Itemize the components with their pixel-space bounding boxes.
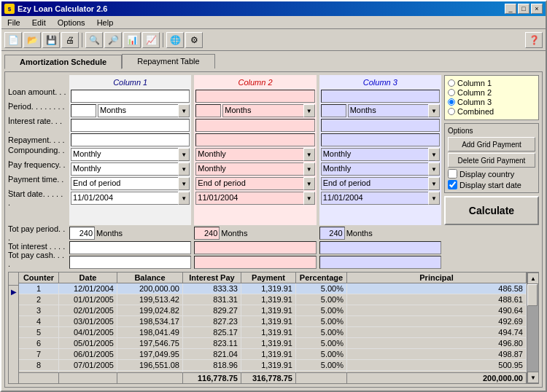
display-country-label: Display country [459, 170, 514, 179]
table-row[interactable]: 706/01/2005197,049.95821.041,319.915.00%… [19, 349, 527, 360]
tf-counter [19, 373, 59, 383]
tab-repayment[interactable]: Repayment Table [122, 54, 214, 68]
col2-compounding-arrow[interactable]: ▼ [303, 148, 315, 161]
scroll-up-btn[interactable]: ▲ [527, 273, 539, 284]
col1-loan-amount[interactable]: 200,000.00 [71, 90, 190, 103]
col3-loan-amount[interactable]: 200,000.00 [321, 90, 440, 103]
delete-grid-button[interactable]: Delete Grid Payment [448, 153, 535, 168]
col2-pay-freq-arrow[interactable]: ▼ [303, 162, 315, 176]
toolbar: 📄 📂 💾 🖨 🔍 🔎 📊 📈 🌐 ⚙ ❓ [1, 29, 546, 51]
table-body[interactable]: 112/01/2004200,000.00833.331,319.915.00%… [19, 283, 527, 372]
col3-pay-freq-arrow[interactable]: ▼ [428, 162, 440, 176]
col3-period-arrow[interactable]: ▼ [428, 104, 440, 117]
toolbar-new[interactable]: 📄 [4, 32, 22, 48]
col1-tot-interest[interactable]: 116,778.75 [69, 241, 191, 254]
title-bar: $ Ezy Loan Calculator 2.6 _ □ × [1, 1, 546, 16]
table-cell: 5 [19, 327, 59, 337]
maximize-button[interactable]: □ [518, 4, 529, 14]
table-row[interactable]: 403/01/2005198,534.17827.231,319.915.00%… [19, 316, 527, 327]
col1-pay-freq-arrow[interactable]: ▼ [178, 162, 190, 176]
col1-payment-time-arrow[interactable]: ▼ [178, 177, 190, 190]
col1-tot-pay-cash[interactable]: 316,778.75 [69, 256, 191, 269]
label-start-date: Start date. . . . . . [8, 192, 66, 205]
col2-payment-time-arrow[interactable]: ▼ [303, 177, 315, 190]
table-row[interactable]: 112/01/2004200,000.00833.331,319.915.00%… [19, 283, 527, 294]
toolbar-print[interactable]: 🖨 [61, 32, 79, 48]
table-row[interactable]: 605/01/2005197,546.75823.111,319.915.00%… [19, 338, 527, 349]
radio-combined-input[interactable] [448, 108, 455, 115]
col3-compounding: Monthly [321, 148, 428, 161]
table-row[interactable]: 201/01/2005199,513.42831.311,319.915.00%… [19, 294, 527, 305]
menu-help[interactable]: Help [94, 17, 117, 28]
col1-compounding-arrow[interactable]: ▼ [178, 148, 190, 161]
col3-period-val[interactable]: 240 [321, 104, 346, 117]
tabs-row: Amortization Schedule Repayment Table [4, 54, 543, 68]
table-row[interactable]: 504/01/2005198,041.49825.171,319.915.00%… [19, 327, 527, 338]
col2-interest-rate[interactable]: 5.50% [195, 119, 314, 132]
table-main: Counter Date Balance Interest Pay Paymen… [19, 273, 527, 383]
scroll-thumb[interactable] [527, 284, 538, 306]
col3-repayment[interactable]: 1,432.86 [321, 133, 440, 146]
toolbar-web[interactable]: 🌐 [166, 32, 184, 48]
calculate-button[interactable]: Calculate [444, 196, 539, 225]
radio-col2-input[interactable] [448, 89, 455, 96]
col2-period-arrow[interactable]: ▼ [303, 104, 315, 117]
col3-interest-rate[interactable]: 6.00% [321, 119, 440, 132]
col3-compounding-arrow[interactable]: ▼ [428, 148, 440, 161]
radio-col1-input[interactable] [448, 79, 455, 87]
col1-tot-period-val[interactable] [69, 227, 95, 240]
col1-period-val[interactable]: 240 [71, 104, 96, 117]
table-cell: 6 [19, 338, 59, 348]
close-button[interactable]: × [531, 4, 543, 14]
col3-tot-period-val[interactable] [319, 227, 345, 240]
minimize-button[interactable]: _ [505, 4, 516, 14]
menu-edit[interactable]: Edit [29, 17, 49, 28]
toolbar-help[interactable]: ❓ [525, 32, 543, 48]
scroll-track [527, 284, 538, 372]
table-scrollbar[interactable]: ▲ ▼ [527, 273, 538, 383]
toolbar-chart1[interactable]: 📊 [123, 32, 141, 48]
col2-start-date-arrow[interactable]: ▼ [303, 192, 315, 205]
col1-period-arrow[interactable]: ▼ [178, 104, 190, 117]
col2-loan-amount[interactable]: 200,000.00 [195, 90, 314, 103]
table-row[interactable]: 302/01/2005199,024.82829.271,319.915.00%… [19, 305, 527, 316]
col2-period-val[interactable]: 240 [195, 104, 221, 117]
display-start-date-checkbox[interactable] [448, 180, 457, 189]
col1-start-date-arrow[interactable]: ▼ [178, 192, 190, 205]
col3-payment-time-arrow[interactable]: ▼ [428, 177, 440, 190]
col3-start-date-arrow[interactable]: ▼ [428, 192, 440, 205]
col3-tot-interest[interactable]: 143,886.91 [319, 241, 441, 254]
col2-repayment[interactable]: 1,375.77 [195, 133, 314, 146]
col2-tot-interest[interactable]: 130,185.91 [194, 241, 316, 254]
radio-combined[interactable]: Combined [448, 107, 535, 116]
radio-col3-input[interactable] [448, 98, 455, 106]
toolbar-extra[interactable]: ⚙ [185, 32, 203, 48]
col2-pay-frequency: Monthly [195, 162, 303, 176]
scroll-down-btn[interactable]: ▼ [527, 372, 539, 383]
menu-options[interactable]: Options [55, 17, 88, 28]
toolbar-search[interactable]: 🔍 [85, 32, 103, 48]
display-country-checkbox[interactable] [448, 169, 457, 179]
radio-col1[interactable]: Column 1 [448, 79, 535, 87]
toolbar-chart2[interactable]: 📈 [142, 32, 160, 48]
add-grid-button[interactable]: Add Grid Payment [448, 137, 535, 152]
col1-repayment[interactable]: 1,319.91 [71, 133, 190, 146]
table-cell: 833.33 [183, 283, 241, 294]
menu-file[interactable]: File [4, 17, 23, 28]
col3-tot-pay-cash[interactable]: 343,886.91 [319, 256, 441, 269]
toolbar-open[interactable]: 📂 [23, 32, 41, 48]
col1-interest-rate[interactable]: 5.00% [71, 119, 190, 132]
table-row[interactable]: 807/01/2005196,551.08818.961,319.915.00%… [19, 360, 527, 371]
table-footer: 116,778.75 316,778.75 200,000.00 [19, 372, 527, 383]
col2-tot-pay-cash[interactable]: 330,185.91 [194, 256, 316, 269]
table-cell: 01/01/2005 [59, 294, 117, 305]
col2-tot-period-val[interactable] [194, 227, 220, 240]
table-cell: 5.00% [296, 294, 347, 305]
radio-col3[interactable]: Column 3 [448, 98, 535, 106]
table-header: Counter Date Balance Interest Pay Paymen… [19, 273, 527, 283]
radio-col2[interactable]: Column 2 [448, 88, 535, 97]
toolbar-save[interactable]: 💾 [42, 32, 60, 48]
toolbar-zoom[interactable]: 🔎 [104, 32, 122, 48]
table-cell: 8 [19, 360, 59, 370]
tab-amortization[interactable]: Amortization Schedule [4, 55, 122, 69]
